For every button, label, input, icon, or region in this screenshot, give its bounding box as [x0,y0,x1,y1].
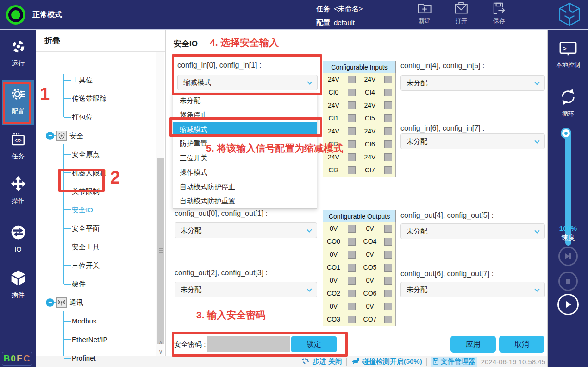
collapse-toggle-icon[interactable]: − [46,298,54,307]
scrollbar-thumb[interactable] [157,158,164,344]
sidebar-item-task[interactable]: </>任务 [0,132,36,161]
dropdown-option-7[interactable]: 自动模式防护重置 [173,194,317,208]
new-label: 新建 [410,17,439,25]
io-checkbox[interactable] [384,140,392,148]
collapse-all-label[interactable]: 折叠 [44,35,60,46]
stop-button[interactable] [558,272,578,291]
io-checkbox[interactable] [384,166,392,174]
io-checkbox[interactable] [384,264,392,272]
io-checkbox[interactable] [384,277,392,285]
dropdown-option-2[interactable]: 缩减模式 [173,122,317,136]
io-checkbox[interactable] [348,264,356,272]
io-checkbox[interactable] [348,166,356,174]
dropdown-option-5[interactable]: 操作模式 [173,165,317,179]
scroll-down-icon[interactable]: ∨ [156,348,165,356]
io-checkbox[interactable] [384,225,392,233]
tree-item-1[interactable]: 传送带跟踪 [36,89,155,108]
sidebar-item-operate[interactable]: 操作 [0,176,36,205]
io-checkbox[interactable] [384,290,392,297]
tree-item-6[interactable]: 关节限制 [36,182,155,201]
io-checkbox[interactable] [348,225,356,233]
step-mode-toggle[interactable]: 步进 关闭 [301,357,342,366]
collapse-toggle-icon[interactable]: − [46,132,54,140]
new-button[interactable]: 新建 [410,2,439,25]
config-in01-select[interactable]: 缩减模式 [177,75,318,90]
io-terminal-cell: 0V [359,248,381,261]
tree-item-0[interactable]: 工具位 [36,71,155,89]
dropdown-option-6[interactable]: 自动模式防护停止 [173,179,317,194]
config-in45-select[interactable]: 未分配 [400,75,545,91]
lock-button[interactable]: 锁定 [291,336,337,352]
io-checkbox[interactable] [348,303,356,310]
io-terminal-cell: CI1 [323,112,344,125]
local-control-button[interactable]: >_ 本地控制 [548,40,588,69]
io-checkbox[interactable] [348,127,356,135]
io-checkbox[interactable] [384,127,392,135]
config-out45-select[interactable]: 未分配 [400,223,545,239]
io-checkbox[interactable] [384,89,392,96]
tree-item-10[interactable]: 三位开关 [36,256,155,275]
io-checkbox[interactable] [348,251,356,259]
io-checkbox[interactable] [384,114,392,122]
io-checkbox[interactable] [348,316,356,323]
table-row: CO2CO6 [323,287,396,300]
config-out23-select[interactable]: 未分配 [175,282,317,297]
io-terminal-cell: CO5 [359,261,381,274]
file-manager-button[interactable]: 文件管理器 [431,357,477,367]
config-out01-select[interactable]: 未分配 [175,222,317,238]
config-in67-select[interactable]: 未分配 [400,133,545,149]
io-checkbox[interactable] [348,89,356,96]
dropdown-option-1[interactable]: 紧急停止 [173,108,317,122]
tree-item-7[interactable]: 安全IO [36,201,155,219]
io-checkbox[interactable] [348,76,356,83]
io-checkbox[interactable] [348,238,356,246]
tree-item-11[interactable]: 硬件 [36,275,155,293]
safety-password-input[interactable] [207,336,290,352]
step-forward-button[interactable] [558,247,578,266]
sidebar-item-plugin[interactable]: 插件 [0,270,36,299]
dropdown-option-0[interactable]: 未分配 [173,93,317,108]
table-row: 0V0V [323,274,396,287]
collision-detect-toggle[interactable]: 碰撞检测开启(50%) [351,357,422,366]
io-checkbox[interactable] [348,114,356,122]
io-checkbox[interactable] [384,251,392,259]
sidebar-item-run[interactable]: 运行 [0,39,36,68]
io-checkbox[interactable] [348,290,356,297]
speed-slider-handle[interactable] [562,129,570,137]
sidebar-item-io[interactable]: IO [0,224,36,253]
io-checkbox[interactable] [348,101,356,109]
open-button[interactable]: 打开 [446,2,476,25]
tree-item-14[interactable]: EtherNet/IP [36,330,155,349]
tree-item-5[interactable]: 机器人限制 [36,164,155,182]
io-checkbox[interactable] [384,101,392,109]
sidebar-item-settings[interactable]: 配置 [2,80,34,125]
io-checkbox[interactable] [348,277,356,285]
io-checkbox[interactable] [384,76,392,83]
cycle-button[interactable]: 循环 [548,88,588,118]
tree-item-12[interactable]: −通讯 [36,293,155,312]
tree-item-8[interactable]: 安全平面 [36,219,155,238]
io-checkbox[interactable] [384,303,392,310]
dropdown-option-3[interactable]: 防护重置 [173,136,317,151]
save-button[interactable]: 保存 [484,2,514,25]
tree-item-4[interactable]: 安全原点 [36,145,155,164]
tree-item-2[interactable]: 打包位 [36,108,155,127]
io-checkbox[interactable] [348,140,356,148]
robot-status-icon[interactable] [6,5,25,25]
tree-item-15[interactable]: Profinet [36,349,155,367]
io-checkbox[interactable] [348,153,356,161]
tree-item-9[interactable]: 安全工具 [36,238,155,256]
play-button[interactable] [557,294,579,315]
apply-button[interactable]: 应用 [450,336,496,353]
cancel-button[interactable]: 取消 [499,336,544,353]
tree-connector [64,247,71,247]
io-checkbox[interactable] [384,153,392,161]
dropdown-option-4[interactable]: 三位开关 [173,151,317,165]
io-checkbox[interactable] [384,316,392,323]
config-out67-select[interactable]: 未分配 [400,282,545,297]
io-checkbox[interactable] [384,238,392,246]
tree-item-3[interactable]: −安全 [36,127,155,145]
tree-item-13[interactable]: Modbus [36,312,155,330]
tree-scrollbar[interactable]: ∧ ∨ [156,52,164,356]
scroll-up-icon[interactable]: ∧ [156,338,165,347]
